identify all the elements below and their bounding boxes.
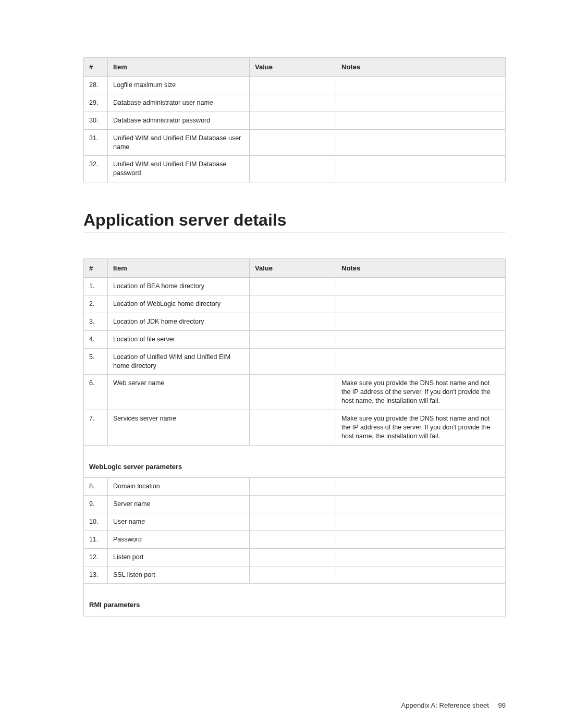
cell-notes xyxy=(336,278,506,295)
top-table: # Item Value Notes 28.Logfile maximum si… xyxy=(83,57,506,182)
cell-item: Password xyxy=(108,530,250,548)
cell-item: Location of JDK home directory xyxy=(108,313,250,330)
cell-value xyxy=(250,478,336,496)
cell-item: Services server name xyxy=(108,410,250,446)
cell-num: 12. xyxy=(84,548,108,566)
cell-value xyxy=(250,566,336,584)
table-row: 7.Services server nameMake sure you prov… xyxy=(84,410,506,446)
table-row: 3.Location of JDK home directory xyxy=(84,313,506,330)
heading-rule xyxy=(83,232,506,232)
cell-num: 8. xyxy=(84,478,108,496)
cell-value xyxy=(250,94,336,112)
cell-num: 2. xyxy=(84,295,108,313)
cell-value xyxy=(250,112,336,129)
table-row: 28.Logfile maximum size xyxy=(84,77,506,94)
cell-num: 9. xyxy=(84,496,108,513)
cell-value xyxy=(250,278,336,295)
cell-item: Listen port xyxy=(108,548,250,566)
cell-item: Unified WIM and Unified EIM Database pas… xyxy=(108,156,250,182)
page-footer: Appendix A: Reference sheet 99 xyxy=(401,701,506,709)
cell-num: 7. xyxy=(84,410,108,446)
cell-item: Domain location xyxy=(108,478,250,496)
cell-value xyxy=(250,410,336,446)
cell-value xyxy=(250,156,336,182)
cell-num: 29. xyxy=(84,94,108,112)
cell-value xyxy=(250,375,336,410)
col-header-item: Item xyxy=(108,58,250,77)
table-section-row: RMI parameters xyxy=(84,584,506,616)
app-server-table: # Item Value Notes 1.Location of BEA hom… xyxy=(83,258,506,616)
table-section-row: WebLogic server parameters xyxy=(84,445,506,478)
table-row: 29.Database administrator user name xyxy=(84,94,506,112)
footer-page-number: 99 xyxy=(498,701,506,709)
table-section-label: RMI parameters xyxy=(84,584,506,616)
cell-notes xyxy=(336,156,506,182)
cell-notes xyxy=(336,295,506,313)
footer-text: Appendix A: Reference sheet xyxy=(401,701,489,709)
page: # Item Value Notes 28.Logfile maximum si… xyxy=(0,0,563,728)
cell-value xyxy=(250,513,336,530)
cell-num: 1. xyxy=(84,278,108,295)
cell-item: Server name xyxy=(108,496,250,513)
cell-item: SSL listen port xyxy=(108,566,250,584)
table-header-row: # Item Value Notes xyxy=(84,58,506,77)
cell-notes xyxy=(336,478,506,496)
cell-item: Location of file server xyxy=(108,330,250,348)
cell-item: Database administrator user name xyxy=(108,94,250,112)
cell-value xyxy=(250,295,336,313)
cell-num: 10. xyxy=(84,513,108,530)
cell-num: 31. xyxy=(84,129,108,156)
cell-num: 32. xyxy=(84,156,108,182)
cell-value xyxy=(250,548,336,566)
table-row: 6.Web server nameMake sure you provide t… xyxy=(84,375,506,410)
cell-num: 3. xyxy=(84,313,108,330)
table-section-label: WebLogic server parameters xyxy=(84,445,506,478)
cell-item: User name xyxy=(108,513,250,530)
cell-value xyxy=(250,129,336,156)
table-row: 12.Listen port xyxy=(84,548,506,566)
table-row: 11.Password xyxy=(84,530,506,548)
table-row: 13.SSL listen port xyxy=(84,566,506,584)
col-header-item: Item xyxy=(108,259,250,278)
col-header-num: # xyxy=(84,259,108,278)
cell-notes xyxy=(336,330,506,348)
cell-notes: Make sure you provide the DNS host name … xyxy=(336,375,506,410)
cell-item: Location of WebLogic home directory xyxy=(108,295,250,313)
cell-item: Database administrator password xyxy=(108,112,250,129)
cell-notes xyxy=(336,77,506,94)
cell-num: 11. xyxy=(84,530,108,548)
cell-num: 13. xyxy=(84,566,108,584)
cell-notes xyxy=(336,496,506,513)
cell-value xyxy=(250,530,336,548)
cell-notes xyxy=(336,348,506,375)
section-heading: Application server details xyxy=(83,211,506,230)
table-row: 8.Domain location xyxy=(84,478,506,496)
cell-notes xyxy=(336,94,506,112)
col-header-notes: Notes xyxy=(336,58,506,77)
cell-item: Location of Unified WIM and Unified EIM … xyxy=(108,348,250,375)
cell-item: Unified WIM and Unified EIM Database use… xyxy=(108,129,250,156)
cell-item: Logfile maximum size xyxy=(108,77,250,94)
cell-num: 28. xyxy=(84,77,108,94)
cell-value xyxy=(250,348,336,375)
cell-notes xyxy=(336,112,506,129)
cell-notes xyxy=(336,530,506,548)
col-header-value: Value xyxy=(250,58,336,77)
cell-notes xyxy=(336,548,506,566)
table-row: 4.Location of file server xyxy=(84,330,506,348)
cell-num: 6. xyxy=(84,375,108,410)
table-row: 31.Unified WIM and Unified EIM Database … xyxy=(84,129,506,156)
cell-num: 30. xyxy=(84,112,108,129)
cell-item: Web server name xyxy=(108,375,250,410)
cell-num: 4. xyxy=(84,330,108,348)
cell-value xyxy=(250,77,336,94)
table-row: 30.Database administrator password xyxy=(84,112,506,129)
table-row: 10.User name xyxy=(84,513,506,530)
cell-value xyxy=(250,496,336,513)
table-row: 32.Unified WIM and Unified EIM Database … xyxy=(84,156,506,182)
cell-notes xyxy=(336,129,506,156)
col-header-num: # xyxy=(84,58,108,77)
cell-item: Location of BEA home directory xyxy=(108,278,250,295)
col-header-notes: Notes xyxy=(336,259,506,278)
table-row: 9.Server name xyxy=(84,496,506,513)
